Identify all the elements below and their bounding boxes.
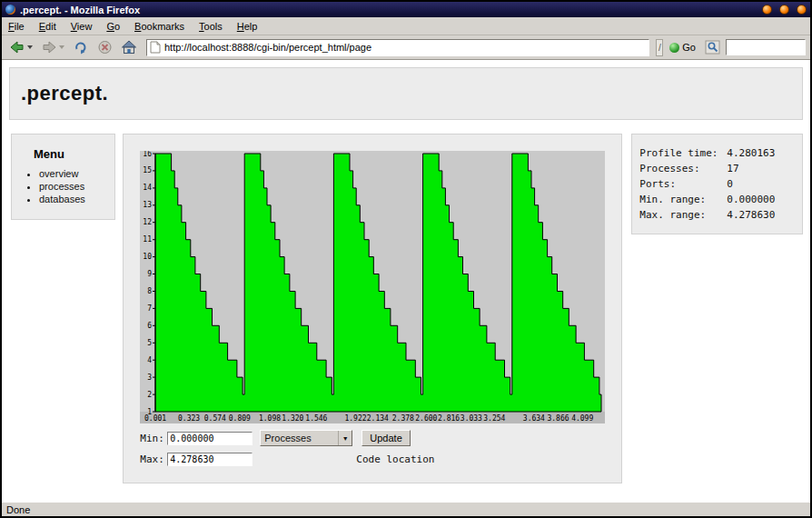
svg-text:11: 11 [144, 235, 153, 244]
svg-text:3.634: 3.634 [523, 414, 545, 423]
sidebar-item-processes[interactable]: processes [39, 181, 107, 192]
max-row: Max: Code location [140, 453, 605, 466]
svg-text:9: 9 [147, 270, 152, 278]
code-location-link[interactable]: Code location [356, 453, 434, 465]
svg-text:10: 10 [144, 253, 153, 261]
svg-text:0.323: 0.323 [178, 414, 200, 423]
svg-text:1.320: 1.320 [282, 414, 304, 423]
svg-text:3.254: 3.254 [484, 414, 506, 423]
svg-text:1.098: 1.098 [259, 414, 281, 423]
info-processes: Processes: 17 [639, 163, 795, 174]
svg-text:15: 15 [144, 166, 153, 174]
svg-text:4: 4 [147, 356, 152, 364]
navigation-toolbar: / Go [2, 35, 810, 60]
sidebar-menu-list: overview processes databases [39, 168, 107, 204]
content-row: Menu overview processes databases 123456… [9, 134, 803, 483]
plot-type-selected-value: Processes [264, 433, 311, 443]
min-row: Min: Processes ▼ Update [140, 430, 605, 446]
svg-text:3.033: 3.033 [460, 414, 482, 423]
go-button[interactable]: Go [666, 37, 699, 58]
plot-type-select[interactable]: Processes ▼ [260, 430, 352, 446]
home-icon [121, 40, 137, 55]
magnifier-icon [705, 40, 720, 55]
svg-text:4.099: 4.099 [571, 414, 593, 423]
svg-text:2.600: 2.600 [416, 414, 438, 423]
chart-panel: 123456789101112131415160.0010.3230.5740.… [123, 134, 622, 483]
page-title: .percept. [21, 82, 108, 105]
menu-file[interactable]: File [8, 21, 25, 32]
svg-text:2.378: 2.378 [392, 414, 414, 423]
status-bar: Done [2, 502, 810, 516]
min-label: Min: [140, 433, 167, 444]
info-min-range: Min. range: 0.000000 [639, 194, 795, 205]
reload-button[interactable] [70, 37, 92, 58]
min-input[interactable] [167, 432, 253, 445]
svg-text:0.001: 0.001 [144, 414, 166, 423]
max-label: Max: [140, 453, 167, 465]
svg-text:0.809: 0.809 [229, 414, 251, 423]
chevron-down-icon: ▼ [338, 431, 352, 445]
svg-text:12: 12 [144, 218, 153, 226]
go-icon [669, 43, 679, 53]
menu-view[interactable]: View [71, 21, 93, 32]
forward-button[interactable] [38, 37, 67, 58]
svg-text:2: 2 [147, 391, 152, 399]
titlebar[interactable]: .percept. - Mozilla Firefox [2, 2, 810, 17]
search-input[interactable] [726, 39, 806, 55]
home-button[interactable] [118, 37, 140, 58]
url-input[interactable] [164, 42, 646, 53]
menu-help[interactable]: Help [237, 21, 258, 32]
back-dropdown-icon [27, 45, 33, 49]
sidebar-menu-heading: Menu [34, 147, 107, 161]
svg-text:14: 14 [144, 184, 153, 192]
menu-edit[interactable]: Edit [39, 21, 56, 32]
stop-icon [97, 40, 113, 55]
svg-text:3: 3 [147, 374, 152, 382]
maximize-icon[interactable] [779, 5, 789, 15]
sidebar-menu: Menu overview processes databases [11, 134, 115, 220]
go-label: Go [682, 42, 696, 53]
url-bar[interactable] [146, 39, 649, 56]
reload-icon [73, 40, 89, 55]
search-button[interactable] [702, 37, 723, 58]
max-input[interactable] [167, 453, 253, 466]
minimize-icon[interactable] [762, 5, 772, 15]
info-ports: Ports: 0 [639, 178, 795, 190]
firefox-app-icon [5, 5, 15, 15]
menu-tools[interactable]: Tools [199, 21, 223, 32]
page-header-box: .percept. [9, 67, 803, 120]
sidebar-item-overview[interactable]: overview [39, 168, 107, 179]
svg-text:8: 8 [147, 287, 152, 295]
menu-bar: File Edit View Go Bookmarks Tools Help [2, 17, 810, 35]
svg-text:7: 7 [147, 304, 152, 313]
forward-dropdown-icon [59, 45, 64, 49]
profile-info-box: Profile time: 4.280163 Processes: 17 Por… [631, 134, 803, 234]
menu-bookmarks[interactable]: Bookmarks [134, 21, 184, 32]
svg-text:13: 13 [144, 201, 153, 209]
svg-text:2.816: 2.816 [438, 414, 460, 423]
svg-text:6: 6 [147, 322, 152, 330]
svg-text:16: 16 [144, 151, 153, 158]
back-arrow-icon [9, 40, 25, 55]
sidebar-item-databases[interactable]: databases [39, 194, 107, 204]
svg-text:1.546: 1.546 [306, 414, 328, 423]
svg-text:3.866: 3.866 [548, 414, 569, 423]
page-icon [150, 41, 161, 54]
svg-text:1.922: 1.922 [345, 414, 367, 423]
info-max-range: Max. range: 4.278630 [639, 209, 795, 221]
status-text: Done [6, 504, 30, 515]
svg-text:2.134: 2.134 [367, 414, 389, 423]
menu-go[interactable]: Go [106, 21, 120, 32]
browser-viewport: .percept. Menu overview processes databa… [2, 60, 810, 502]
svg-text:0.574: 0.574 [204, 414, 226, 423]
forward-arrow-icon [41, 40, 57, 55]
process-activity-chart[interactable]: 123456789101112131415160.0010.3230.5740.… [140, 151, 605, 423]
back-button[interactable] [6, 37, 35, 58]
update-button[interactable]: Update [361, 430, 410, 446]
window-title: .percept. - Mozilla Firefox [20, 5, 755, 15]
close-icon[interactable] [797, 5, 807, 15]
svg-text:5: 5 [147, 339, 152, 347]
throbber-separator: / [656, 39, 663, 56]
stop-button[interactable] [94, 37, 115, 58]
firefox-window: .percept. - Mozilla Firefox File Edit Vi… [0, 0, 812, 518]
